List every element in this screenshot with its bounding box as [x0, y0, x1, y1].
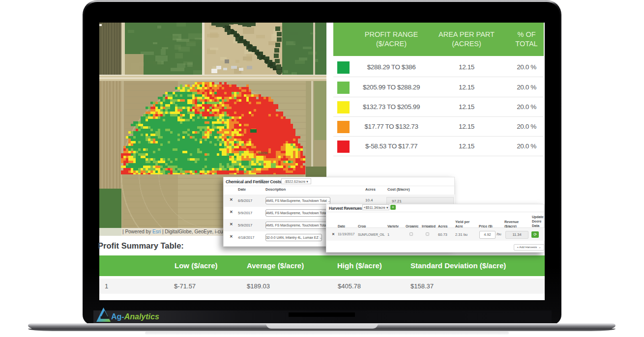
svg-text:60056: 60056 [258, 151, 268, 155]
